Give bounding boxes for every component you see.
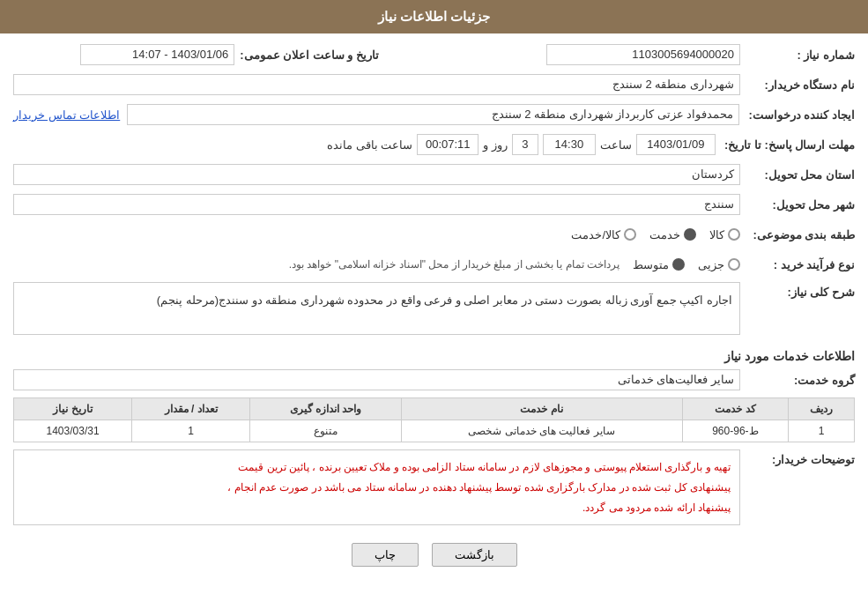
ijad-value: محمدفواد عزتی کاربرداز شهرداری منطقه 2 س… [127,104,739,125]
dastgah-value: شهرداری منطقه 2 سنندج [13,74,740,95]
jozii-radio: جزیی [698,258,740,271]
cell-date: 1403/03/31 [14,420,132,442]
cell-name: سایر فعالیت های خدماتی شخصی [401,420,682,442]
row-ijad: ایجاد کننده درخواست: محمدفواد عزتی کاربر… [13,102,855,127]
row-mohlat: مهلت ارسال پاسخ: تا تاریخ: 1403/01/09 سا… [13,132,855,157]
row-shomara: شماره نیاز : 1103005694000020 تاریخ و سا… [13,42,855,67]
motavsat-radio-circle[interactable] [672,258,685,271]
gorouh-value: سایر فعالیت‌های خدماتی [13,369,740,390]
services-table: ردیف کد خدمت نام خدمت واحد اندازه گیری ت… [13,397,855,442]
cell-code: ط-96-960 [682,420,789,442]
khedmat-radio: خدمت [649,228,696,241]
col-date: تاریخ نیاز [14,398,132,420]
col-radif: ردیف [789,398,855,420]
jozii-radio-circle[interactable] [728,258,740,271]
mohlat-saat-label: ساعت [600,138,632,152]
table-header: ردیف کد خدمت نام خدمت واحد اندازه گیری ت… [14,398,855,420]
noue-radio-group: جزیی متوسط پرداخت تمام یا بخشی از مبلغ خ… [13,258,740,271]
row-tabaqeh: طبقه بندی موضوعی: کالا خدمت کالا/خدمت [13,222,855,247]
chap-button[interactable]: چاپ [352,543,419,567]
motavsat-radio: متوسط [633,258,685,271]
tozi-box: تهیه و بارگذاری استعلام پیوستی و مجوزهای… [13,449,740,525]
kala-khedmat-radio-label: کالا/خدمت [571,228,620,241]
col-count: تعداد / مقدار [132,398,250,420]
table-row: 1 ط-96-960 سایر فعالیت های خدماتی شخصی م… [14,420,855,442]
mohlat-rooz: 3 [512,134,538,155]
col-name: نام خدمت [401,398,682,420]
tozi-line-1: تهیه و بارگذاری استعلام پیوستی و مجوزهای… [23,457,731,478]
tarikh-value: 1403/01/06 - 14:07 [80,44,234,65]
cell-radif: 1 [789,420,855,442]
table-body: 1 ط-96-960 سایر فعالیت های خدماتی شخصی م… [14,420,855,442]
shomara-value: 1103005694000020 [546,44,740,65]
col-code: کد خدمت [682,398,789,420]
mohlat-group: 1403/01/09 ساعت 14:30 3 روز و 00:07:11 س… [13,134,716,155]
row-shahr: شهر محل تحویل: سنندج [13,192,855,217]
content-area: شماره نیاز : 1103005694000020 تاریخ و سا… [0,33,868,589]
shahr-value: سنندج [13,194,740,215]
tozi-label: توضیحات خریدار: [740,449,855,466]
kala-radio-circle[interactable] [728,228,740,241]
row-ostan: استان محل تحویل: کردستان [13,162,855,187]
page-header: جزئیات اطلاعات نیاز [0,0,868,33]
kala-radio: کالا [709,228,740,241]
shahr-label: شهر محل تحویل: [740,198,855,212]
row-gorouh: گروه خدمت: سایر فعالیت‌های خدماتی [13,368,855,392]
tabaqeh-label: طبقه بندی موضوعی: [740,228,855,241]
cell-unit: متنوع [250,420,402,442]
mohlat-label: مهلت ارسال پاسخ: تا تاریخ: [716,138,855,152]
ijad-label: ایجاد کننده درخواست: [739,108,855,122]
page-wrapper: جزئیات اطلاعات نیاز شماره نیاز : 1103005… [0,0,868,609]
page-title: جزئیات اطلاعات نیاز [378,9,490,24]
noue-label: نوع فرآیند خرید : [740,258,855,271]
mohlat-mande-label: ساعت باقی مانده [327,138,412,152]
dastgah-label: نام دستگاه خریدار: [740,78,855,92]
ostan-value: کردستان [13,164,740,185]
tarikh-label: تاریخ و ساعت اعلان عمومی: [234,48,379,62]
mohlat-mande: 00:07:11 [417,134,479,155]
row-dastgah: نام دستگاه خریدار: شهرداری منطقه 2 سنندج [13,72,855,97]
mohlat-saat: 14:30 [543,134,596,155]
shomara-label: شماره نیاز : [740,48,855,62]
table-header-row: ردیف کد خدمت نام خدمت واحد اندازه گیری ت… [14,398,855,420]
bazgasht-button[interactable]: بازگشت [432,543,517,567]
tozi-line-2: پیشنهادی کل ثبت شده در مدارک بارگزاری شد… [23,478,731,498]
col-unit: واحد اندازه گیری [250,398,402,420]
row-noue: نوع فرآیند خرید : جزیی متوسط پرداخت تمام… [13,252,855,277]
sharh-value: اجاره اکیپ جمع آوری زباله بصورت دستی در … [13,282,740,335]
kala-khedmat-radio-circle[interactable] [624,228,636,241]
tozi-line-3: پیشنهاد ارائه شده مردود می گردد. [23,498,731,518]
jozii-radio-label: جزیی [698,258,724,271]
khadamat-section-title: اطلاعات خدمات مورد نیاز [13,349,855,363]
mohlat-date: 1403/01/09 [636,134,716,155]
khedmat-radio-label: خدمت [649,228,680,241]
khedmat-radio-circle[interactable] [684,228,696,241]
sharh-label: شرح کلی نیاز: [740,282,855,299]
cell-count: 1 [132,420,250,442]
kala-radio-label: کالا [709,228,724,241]
noue-text: پرداخت تمام یا بخشی از مبلغ خریدار از مح… [289,258,619,271]
tabaqeh-radio-group: کالا خدمت کالا/خدمت [13,228,740,241]
mohlat-rooz-label: روز و [483,138,508,152]
ittila-link[interactable]: اطلاعات تماس خریدار [13,108,120,122]
gorouh-label: گروه خدمت: [740,374,855,387]
ostan-label: استان محل تحویل: [740,168,855,182]
row-tozi: توضیحات خریدار: تهیه و بارگذاری استعلام … [13,449,855,532]
row-sharh: شرح کلی نیاز: اجاره اکیپ جمع آوری زباله … [13,282,855,342]
button-row: بازگشت چاپ [13,543,855,580]
motavsat-radio-label: متوسط [633,258,669,271]
kala-khedmat-radio: کالا/خدمت [571,228,636,241]
